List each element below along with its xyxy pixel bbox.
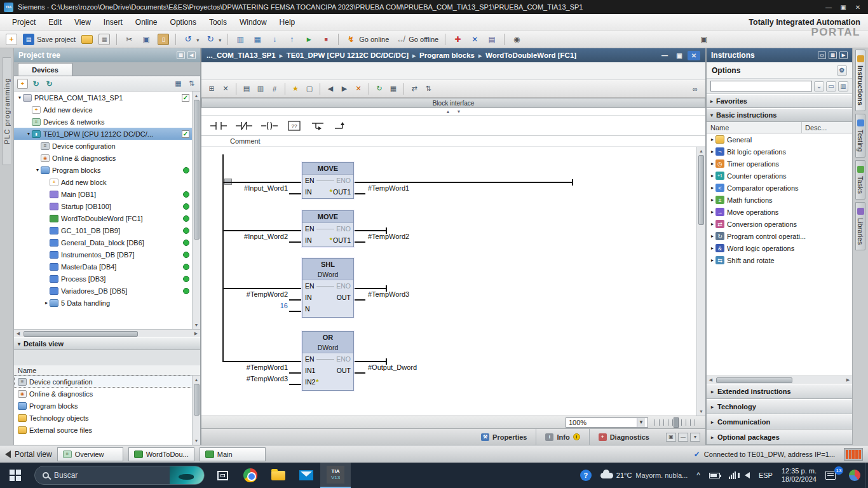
instruction-item-conversion[interactable]: Conversion operations [707,218,852,230]
options-gear-icon[interactable]: ⚙ [837,65,847,76]
tab-properties[interactable]: ⚒ Properties [472,429,536,445]
tree-item-data-handling[interactable]: 5 Data handling [14,297,200,309]
stop-cpu-button[interactable] [318,32,334,46]
dock-panel-icon[interactable]: ▥ [829,51,837,59]
interface-collapse-handle[interactable]: ▲▼ [201,108,705,116]
tree-view-icon[interactable] [173,79,184,89]
search-in-project-button[interactable] [509,32,524,46]
taskbar-search[interactable]: Buscar [34,466,205,485]
details-item-online-diagnostics[interactable]: Online & diagnostics [14,388,200,400]
instructions-horizontal-scrollbar[interactable]: ◀ ▶ [707,376,852,384]
tree-item-te01-dpw[interactable]: TE01_DPW [CPU 1212C DC/DC/... [14,128,200,140]
close-branch-icon[interactable] [332,118,349,133]
tree-item-program-blocks[interactable]: Program blocks [14,164,200,176]
collapsed-arrow-icon[interactable] [709,233,715,239]
open-project-button[interactable] [79,32,95,46]
normally-open-contact-icon[interactable] [209,118,228,133]
start-button[interactable] [0,463,31,488]
tia-portal-task-button[interactable]: TIA V13 [320,463,351,488]
breadcrumb-device[interactable]: TE01_DPW [CPU 1212C DC/DC/DC] [287,51,409,59]
instruction-search-input[interactable] [710,81,812,92]
collapsed-arrow-icon[interactable] [709,149,715,154]
expand-down-icon[interactable]: ▼ [457,109,461,114]
battery-tray-button[interactable] [705,463,724,488]
zoom-slider[interactable] [654,419,699,426]
scroll-thumb[interactable] [24,331,138,337]
breadcrumb-program-blocks[interactable]: Program blocks [419,51,475,59]
redo-dropdown-icon[interactable] [219,36,221,43]
details-item-technology-objects[interactable]: Technology objects [14,412,200,424]
section-technology[interactable]: ▸Technology [707,399,852,414]
task-view-button[interactable] [208,463,236,488]
filter-profile-icon[interactable]: ▭ [826,81,836,92]
expand-networks-icon[interactable]: ▤ [240,83,253,95]
window-layout-button[interactable] [696,32,712,46]
new-project-button[interactable] [4,32,19,46]
tree-item-device-configuration[interactable]: Device configuration [14,140,200,152]
menu-options[interactable]: Options [165,16,202,29]
diagnostics-button[interactable] [450,32,465,46]
instruction-item-program-control[interactable]: Program control operati... [707,230,852,242]
tree-item-gc101-db9[interactable]: GC_101_DB [DB9] [14,224,200,236]
inspector-restore-button[interactable]: ▣ [666,433,676,442]
collapsed-arrow-icon[interactable] [709,197,715,203]
copy-button[interactable] [139,32,154,46]
scroll-left-icon[interactable]: ◀ [707,376,715,384]
operand-output[interactable]: #TempWord3 [368,290,444,299]
error-marker-icon[interactable]: ✕ [352,83,365,95]
operand-input[interactable]: #TempWord2 [224,290,288,299]
expand-arrow-icon[interactable] [25,131,32,137]
ladder-canvas[interactable]: #Input_Word1 #TempWord1 MOVE ENENO INOUT… [201,147,696,416]
scroll-up-icon[interactable]: ▲ [697,147,705,155]
instruction-item-counters[interactable]: Counter operations [707,170,852,182]
details-item-external-source-files[interactable]: External source files [14,424,200,436]
menu-tools[interactable]: Tools [203,16,233,29]
collapsed-arrow-icon[interactable] [709,245,715,251]
tree-vertical-scrollbar[interactable]: ▲ ▼ [192,92,200,329]
enable-monitoring-icon[interactable]: ∞ [689,83,702,95]
tree-item-online-diagnostics[interactable]: Online & diagnostics [14,152,200,164]
tray-app-button[interactable] [844,463,865,488]
redo-button[interactable] [203,32,223,46]
tree-item-variadores-db5[interactable]: Variadores_DB [DB5] [14,285,200,297]
instruction-item-shift-rotate[interactable]: Shift and rotate [707,254,852,266]
tree-item-add-new-block[interactable]: Add new block [14,176,200,188]
collapse-networks-icon[interactable]: ▥ [254,83,267,95]
collapse-panel-icon[interactable]: ▶ [839,51,848,59]
network-comment-row[interactable]: Comment [201,136,705,146]
snapshot-icon[interactable]: ▦ [387,83,400,95]
undo-button[interactable] [180,32,201,46]
minimize-button[interactable]: — [822,3,835,12]
tree-item-masterdata-db4[interactable]: MasterData [DB4] [14,261,200,273]
tree-item-add-new-device[interactable]: Add new device [14,104,200,116]
zoom-select[interactable]: 100% ▼ [566,417,648,428]
insert-network-icon[interactable]: ⊞ [205,83,218,95]
menu-help[interactable]: Help [274,16,301,29]
section-communication[interactable]: ▸Communication [707,414,852,430]
side-tab-libraries[interactable]: Libraries [855,202,865,250]
empty-box-icon[interactable]: ▢ [303,83,316,95]
block-interface-splitter[interactable]: Block interface [201,98,705,108]
float-panel-icon[interactable]: ▭ [818,51,826,59]
add-new-icon[interactable] [17,79,28,89]
show-desktop-button[interactable] [865,463,868,488]
update-block-calls-icon[interactable]: ↻ [373,83,386,95]
operand-output[interactable]: #TempWord1 [368,184,444,193]
search-down-icon[interactable]: ⌄ [814,81,824,92]
go-offline-button[interactable]: Go offline [393,32,440,46]
add-output-star-icon[interactable] [330,236,332,244]
show-hidden-icons-button[interactable] [692,463,705,488]
instruction-item-bit-logic[interactable]: Bit logic operations [707,146,852,158]
menu-insert[interactable]: Insert [98,16,128,29]
volume-tray-button[interactable] [740,463,754,488]
section-optional-packages[interactable]: ▸Optional packages [707,430,852,445]
tree-horizontal-scrollbar[interactable]: ◀ ▶ [14,329,200,337]
compare-icon[interactable]: ⇄ [408,83,421,95]
expand-arrow-icon[interactable] [34,167,41,173]
clock[interactable]: 12:35 p. m.18/02/2024 [777,463,821,488]
zoom-dropdown-icon[interactable]: ▼ [637,418,645,427]
tab-info[interactable]: i Info i [536,429,588,445]
tree-item-instrumentos-db7[interactable]: Instrumentos_DB [DB7] [14,248,200,261]
operand-output[interactable]: #TempWord2 [368,232,444,241]
collapse-panel-icon[interactable]: ◀ [187,51,196,59]
